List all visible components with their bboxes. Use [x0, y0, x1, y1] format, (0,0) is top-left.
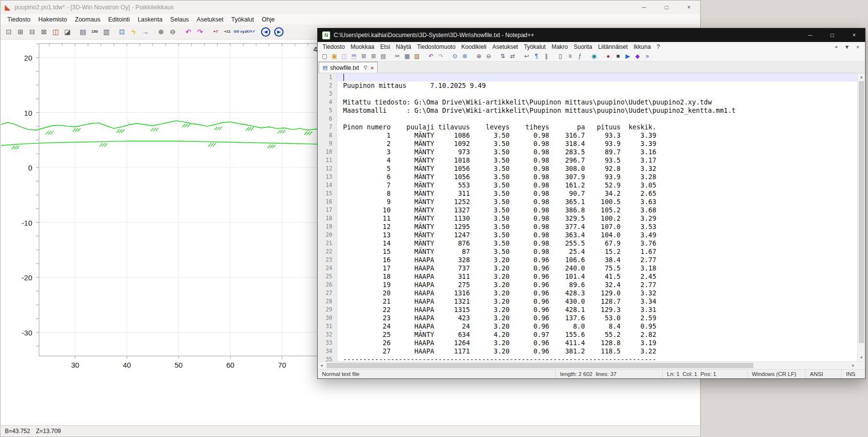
tdw-menu-laskenta[interactable]: Laskenta — [134, 15, 166, 24]
tdw-menu-selaus[interactable]: Selaus — [166, 15, 193, 24]
find-icon[interactable]: ⊙ — [451, 52, 459, 61]
npp-menu-makro[interactable]: Makro — [548, 42, 570, 51]
npp-tab-list-button[interactable]: ▼ — [842, 44, 852, 50]
editor-line-8[interactable]: 8 1 MÄNTY 1086 3.50 0.98 316.7 93.3 3.39 — [318, 131, 857, 140]
horizontal-scrollbar[interactable]: ◂ ▸ — [318, 361, 865, 369]
redo-icon[interactable]: ↷ — [437, 52, 445, 61]
npp-menu-tiedostomuoto[interactable]: Tiedostomuoto — [414, 42, 459, 51]
npp-menu-item[interactable]: ? — [654, 42, 663, 51]
npp-menu-työkalut[interactable]: Työkalut — [521, 42, 549, 51]
macro-record-icon[interactable]: ● — [604, 52, 612, 61]
new-file-icon[interactable]: ▢ — [321, 52, 329, 61]
fit-window-icon[interactable]: ⊡ — [117, 26, 127, 37]
vertical-scrollbar[interactable]: ▴ ▾ — [857, 73, 865, 361]
tdw-menu-tiedosto[interactable]: Tiedosto — [3, 15, 34, 24]
editor-line-9[interactable]: 9 2 MÄNTY 1092 3.50 0.98 318.4 93.9 3.39 — [318, 140, 857, 148]
editor-line-24[interactable]: 24 17 HAAPA 737 3.20 0.96 240.0 75.5 3.1… — [318, 264, 857, 272]
profile-window-icon[interactable]: ⊡ — [3, 26, 14, 37]
editor-line-34[interactable]: 34 27 HAAPA 1171 3.20 0.96 381.2 118.5 3… — [318, 347, 857, 355]
tdw-close-button[interactable]: × — [678, 0, 700, 14]
redo-icon[interactable]: ↷ — [195, 26, 205, 37]
go-arrow-icon[interactable]: → — [140, 26, 151, 37]
scale-doc-icon[interactable]: ▥ — [101, 26, 112, 37]
editor-line-3[interactable]: 3 — [318, 90, 857, 98]
editor-line-14[interactable]: 14 7 MÄNTY 553 3.50 0.98 161.2 52.9 3.05 — [318, 181, 857, 189]
editor-line-19[interactable]: 19 12 MÄNTY 1295 3.50 0.98 377.4 107.0 3… — [318, 223, 857, 231]
macro-run-multiple-icon[interactable]: » — [643, 52, 651, 61]
npp-menu-ikkuna[interactable]: Ikkuna — [630, 42, 653, 51]
macro-save-icon[interactable]: ◆ — [633, 52, 642, 61]
editor-line-13[interactable]: 13 6 MÄNTY 1056 3.50 0.98 307.9 93.9 3.2… — [318, 173, 857, 181]
doc-list-icon[interactable]: ≡ — [566, 52, 574, 61]
npp-minimize-button[interactable]: ─ — [799, 28, 821, 42]
close-icon[interactable]: ⊠ — [360, 52, 368, 61]
sync-horizontal-icon[interactable]: ⇄ — [508, 52, 517, 61]
print-icon[interactable]: ▤ — [379, 52, 387, 61]
npp-menu-liitännäiset[interactable]: Liitännäiset — [595, 42, 631, 51]
editor-line-23[interactable]: 23 16 HAAPA 328 3.20 0.96 106.6 38.4 2.7… — [318, 256, 857, 264]
editor-line-4[interactable]: 4Mitattu tiedosto: G:\Oma Drive\Wiki-art… — [318, 98, 857, 106]
tdw-minimize-button[interactable]: ─ — [633, 0, 655, 14]
indent-guide-icon[interactable]: ∥ — [542, 52, 550, 61]
point-info-icon[interactable]: +? — [210, 26, 221, 37]
editor-line-27[interactable]: 27 20 HAAPA 1316 3.20 0.96 428.3 129.0 3… — [318, 289, 857, 297]
npp-menu-koodikieli[interactable]: Koodikieli — [459, 42, 489, 51]
editor[interactable]: 12Puupinon mittaus 7.10.2025 9.4934Mitat… — [318, 73, 865, 361]
copy-icon[interactable]: ▦ — [403, 52, 411, 61]
scroll-right-icon[interactable]: ▸ — [849, 362, 857, 369]
editor-line-11[interactable]: 11 4 MÄNTY 1018 3.50 0.98 296.7 93.5 3.1… — [318, 156, 857, 165]
editor-line-6[interactable]: 6 — [318, 115, 857, 123]
editor-line-5[interactable]: 5Maastomalli : G:\Oma Drive\Wiki-artikke… — [318, 106, 857, 115]
function-list-icon[interactable]: ƒ — [576, 52, 584, 61]
zoom-in-icon[interactable]: ⊕ — [156, 26, 166, 37]
editor-line-25[interactable]: 25 18 HAAPA 311 3.20 0.96 101.4 41.5 2.4… — [318, 272, 857, 281]
editor-line-30[interactable]: 30 23 HAAPA 423 3.20 0.96 137.6 53.0 2.5… — [318, 314, 857, 322]
lightning-icon[interactable]: ϟ — [128, 26, 139, 37]
npp-new-tab-button[interactable]: + — [831, 44, 842, 50]
editor-line-2[interactable]: 2Puupinon mittaus 7.10.2025 9.49 — [318, 82, 857, 90]
npp-maximize-button[interactable]: □ — [821, 28, 843, 42]
doc-map-icon[interactable]: ▯ — [556, 52, 565, 61]
npp-titlebar[interactable]: N C:\Users\petri.kaihia\Documents\3D-Sys… — [318, 28, 865, 42]
paste-icon[interactable]: ▧ — [413, 52, 421, 61]
npp-menu-tiedosto[interactable]: Tiedosto — [320, 42, 348, 51]
save-icon[interactable]: ◫ — [340, 52, 348, 61]
npp-menu-muokkaa[interactable]: Muokkaa — [348, 42, 378, 51]
editor-line-20[interactable]: 20 13 MÄNTY 1247 3.50 0.98 363.4 104.0 3… — [318, 231, 857, 239]
undo-icon[interactable]: ↶ — [183, 26, 194, 37]
replace-icon[interactable]: ⊛ — [461, 52, 469, 61]
tdw-menu-editointi[interactable]: Editointi — [104, 15, 134, 24]
horizontal-scroll-thumb[interactable] — [326, 363, 753, 368]
editor-lines[interactable]: 12Puupinon mittaus 7.10.2025 9.4934Mitat… — [318, 73, 857, 361]
editor-line-1[interactable]: 1 — [318, 73, 857, 82]
macro-stop-icon[interactable]: ■ — [614, 52, 622, 61]
paste-section-icon[interactable]: ◪ — [62, 26, 73, 37]
cut-icon[interactable]: ✂ — [393, 52, 402, 61]
editor-line-21[interactable]: 21 14 MÄNTY 876 3.50 0.98 255.5 67.9 3.7… — [318, 239, 857, 248]
tdw-menu-työkalut[interactable]: Työkalut — [227, 15, 258, 24]
scroll-up-icon[interactable]: ▴ — [858, 73, 865, 81]
save-all-icon[interactable]: ⬒ — [350, 52, 358, 61]
npp-close-button[interactable]: × — [843, 28, 865, 42]
editor-line-16[interactable]: 16 9 MÄNTY 1252 3.50 0.98 365.1 100.5 3.… — [318, 198, 857, 206]
tab-close-icon[interactable]: × — [371, 65, 374, 71]
editor-line-15[interactable]: 15 8 MÄNTY 311 3.50 0.98 90.7 34.2 2.65 — [318, 189, 857, 198]
plan-window-icon[interactable]: ⊞ — [15, 26, 26, 37]
xyz-point-icon[interactable]: 0/0 xyz — [234, 26, 244, 37]
prev-profile-icon[interactable]: ◀ — [261, 27, 270, 37]
editor-line-33[interactable]: 33 26 HAAPA 1264 3.20 0.96 411.4 128.8 3… — [318, 339, 857, 347]
npp-menu-etsi[interactable]: Etsi — [377, 42, 393, 51]
open-file-icon[interactable]: ▣ — [330, 52, 339, 61]
vertical-scroll-thumb[interactable] — [859, 81, 864, 343]
tdw-menu-asetukset[interactable]: Asetukset — [193, 15, 227, 24]
tdw-maximize-button[interactable]: □ — [655, 0, 678, 14]
editor-line-10[interactable]: 10 3 MÄNTY 973 3.50 0.98 283.5 89.7 3.16 — [318, 148, 857, 156]
next-section-icon[interactable]: ⊟ — [27, 26, 38, 37]
pin-tab-icon[interactable]: ⚲ — [363, 64, 367, 71]
tdw-menu-zoomaus[interactable]: Zoomaus — [71, 15, 104, 24]
editor-line-22[interactable]: 22 15 MÄNTY 87 3.50 0.98 25.4 15.2 1.67 — [318, 248, 857, 256]
editor-line-28[interactable]: 28 21 HAAPA 1321 3.20 0.96 430.0 128.7 3… — [318, 297, 857, 306]
next-profile-icon[interactable]: ▶ — [274, 27, 283, 37]
monitoring-icon[interactable]: ◉ — [590, 52, 598, 61]
undo-icon[interactable]: ↶ — [427, 52, 435, 61]
